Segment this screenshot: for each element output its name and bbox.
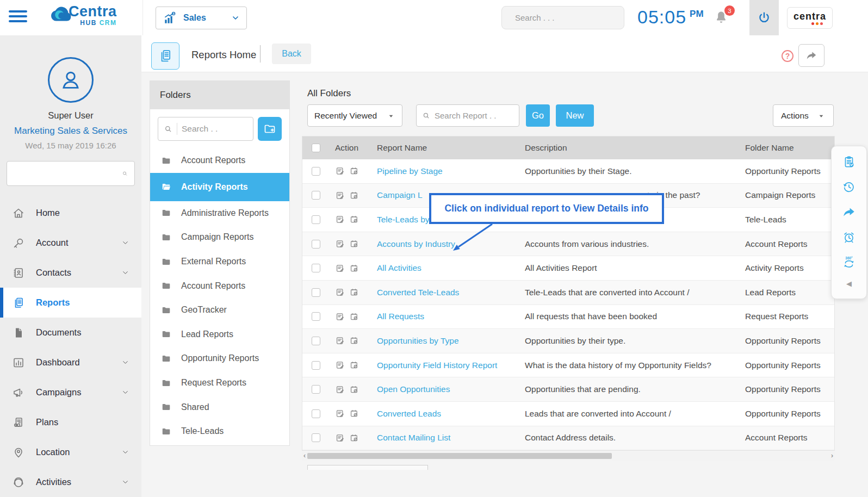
new-button[interactable]: New <box>556 104 594 127</box>
report-link[interactable]: Contact Mailing List <box>377 433 450 443</box>
folder-item-shared[interactable]: Shared <box>150 395 289 419</box>
collapse-arrow-icon[interactable]: ◀ <box>846 280 852 287</box>
row-checkbox[interactable] <box>312 312 320 321</box>
folder-item-activity-reports[interactable]: Activity Reports <box>150 173 289 201</box>
edit-note-icon[interactable] <box>335 263 345 274</box>
folder-item-external-reports[interactable]: External Reports <box>150 250 289 274</box>
schedule-disabled-icon[interactable] <box>349 263 359 274</box>
mini-brand-text: centra <box>793 11 826 21</box>
schedule-disabled-icon[interactable] <box>349 166 359 176</box>
sidebar-item-activities[interactable]: Activities <box>0 467 141 497</box>
folder-item-account-reports[interactable]: Account Reports <box>150 148 289 173</box>
edit-note-icon[interactable] <box>335 214 345 225</box>
share-button[interactable] <box>798 44 824 67</box>
schedule-disabled-icon[interactable] <box>349 336 359 346</box>
select-all-checkbox[interactable] <box>312 144 320 152</box>
report-link[interactable]: Converted Leads <box>377 409 441 419</box>
row-checkbox[interactable] <box>312 191 320 200</box>
logout-button[interactable] <box>749 0 779 35</box>
scrollbar-thumb[interactable] <box>307 453 612 459</box>
folder-item-opportunity-reports[interactable]: Opportunity Reports <box>150 346 289 371</box>
module-selector[interactable]: $ Sales <box>156 7 247 29</box>
view-filter-dropdown[interactable]: Recently Viewed <box>307 104 402 127</box>
sidebar-item-documents[interactable]: Documents <box>0 318 141 347</box>
go-button[interactable]: Go <box>526 104 550 127</box>
history-icon[interactable] <box>842 180 856 194</box>
user-role[interactable]: Marketing Sales & Services <box>0 126 141 136</box>
edit-note-icon[interactable] <box>335 239 345 249</box>
report-search-input[interactable] <box>435 111 513 120</box>
edit-note-icon[interactable] <box>335 433 345 443</box>
scroll-left-arrow[interactable]: ‹ <box>303 452 306 459</box>
report-link[interactable]: Opportunities by Type <box>377 336 459 346</box>
row-checkbox[interactable] <box>312 337 320 345</box>
row-checkbox[interactable] <box>312 361 320 370</box>
schedule-disabled-icon[interactable] <box>349 360 359 370</box>
edit-note-icon[interactable] <box>335 166 345 176</box>
user-avatar[interactable] <box>48 57 94 103</box>
horizontal-scrollbar[interactable]: ‹ › <box>302 451 835 461</box>
refresh-360-icon[interactable]: 360° <box>842 255 856 269</box>
scroll-right-arrow[interactable]: › <box>831 452 833 459</box>
edit-note-icon[interactable] <box>335 336 345 346</box>
alarm-icon[interactable] <box>842 230 856 244</box>
row-checkbox[interactable] <box>312 264 320 272</box>
notifications-bell[interactable]: 3 <box>714 10 730 27</box>
report-link[interactable]: Pipeline by Stage <box>377 166 443 176</box>
hamburger-menu-icon[interactable] <box>9 10 27 24</box>
edit-note-icon[interactable] <box>335 360 345 370</box>
schedule-disabled-icon[interactable] <box>349 190 359 201</box>
schedule-disabled-icon[interactable] <box>349 287 359 297</box>
edit-note-icon[interactable] <box>335 408 345 419</box>
report-link[interactable]: Converted Tele-Leads <box>377 288 459 297</box>
sidebar-item-dashboard[interactable]: Dashboard <box>0 347 141 377</box>
folder-item-request-reports[interactable]: Request Reports <box>150 371 289 395</box>
clipboard-check-icon[interactable] <box>842 155 856 169</box>
folder-item-administrative-reports[interactable]: Administrative Reports <box>150 201 289 226</box>
schedule-disabled-icon[interactable] <box>349 384 359 395</box>
row-checkbox[interactable] <box>312 288 320 297</box>
schedule-disabled-icon[interactable] <box>349 433 359 443</box>
schedule-disabled-icon[interactable] <box>349 408 359 419</box>
edit-note-icon[interactable] <box>335 190 345 201</box>
row-checkbox[interactable] <box>312 409 320 418</box>
back-button[interactable]: Back <box>272 44 311 64</box>
sidebar-item-location[interactable]: Location <box>0 437 141 467</box>
sidebar-item-account[interactable]: Account <box>0 228 141 258</box>
sidebar-search-input[interactable] <box>14 169 122 178</box>
sidebar-item-contacts[interactable]: Contacts <box>0 258 141 288</box>
folder-item-lead-reports[interactable]: Lead Reports <box>150 322 289 347</box>
folder-item-geotracker[interactable]: GeoTracker <box>150 298 289 322</box>
edit-note-icon[interactable] <box>335 287 345 297</box>
edit-note-icon[interactable] <box>335 312 345 322</box>
folder-item-campaign-reports[interactable]: Campaign Reports <box>150 225 289 250</box>
report-link[interactable]: Open Opportunities <box>377 384 450 394</box>
page-header: Reports Home Back ? <box>141 35 868 72</box>
row-checkbox[interactable] <box>312 385 320 394</box>
sidebar-item-reports[interactable]: Reports <box>0 288 141 318</box>
sidebar-item-plans[interactable]: Plans <box>0 407 141 437</box>
edit-note-icon[interactable] <box>335 384 345 395</box>
schedule-disabled-icon[interactable] <box>349 312 359 322</box>
row-checkbox[interactable] <box>312 433 320 442</box>
sidebar-item-home[interactable]: Home <box>0 198 141 228</box>
folder-item-label: Tele-Leads <box>181 426 224 436</box>
report-link[interactable]: Opportunity Field History Report <box>377 361 497 370</box>
folder-item-tele-leads[interactable]: Tele-Leads <box>150 419 289 444</box>
row-checkbox[interactable] <box>312 215 320 224</box>
share-icon[interactable] <box>842 205 856 219</box>
schedule-disabled-icon[interactable] <box>349 214 359 225</box>
global-search-input[interactable] <box>515 13 623 22</box>
row-checkbox[interactable] <box>312 167 320 176</box>
schedule-disabled-icon[interactable] <box>349 239 359 249</box>
add-folder-button[interactable] <box>258 117 282 141</box>
report-link[interactable]: All Requests <box>377 312 424 321</box>
sidebar-item-campaigns[interactable]: Campaigns <box>0 377 141 407</box>
report-link[interactable]: Campaign L <box>377 190 423 200</box>
folder-search-input[interactable] <box>182 124 247 134</box>
folder-item-account-reports[interactable]: Account Reports <box>150 274 289 298</box>
report-link[interactable]: All Activities <box>377 263 421 273</box>
row-checkbox[interactable] <box>312 240 320 248</box>
help-button[interactable]: ? <box>782 50 793 62</box>
actions-dropdown[interactable]: Actions <box>773 104 834 127</box>
